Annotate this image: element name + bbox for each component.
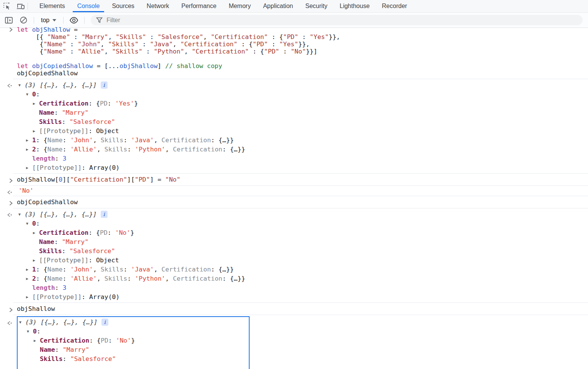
console-gutter <box>0 305 17 313</box>
filter-input[interactable]: Filter <box>91 15 583 25</box>
inspect-element-button[interactable] <box>0 0 14 12</box>
expand-triangle-icon[interactable]: ▶ <box>33 101 39 106</box>
console-text: (3) [{…}, {…}, {…}] <box>24 211 97 218</box>
tab-recorder[interactable]: Recorder <box>376 0 413 12</box>
console-text: : { <box>88 100 100 107</box>
expand-triangle-icon[interactable]: ▶ <box>26 267 32 271</box>
object-tree-row: ▶[[Prototype]]: Object <box>17 255 588 265</box>
console-text: : { <box>36 146 47 153</box>
console-text: : <box>298 33 310 41</box>
expand-triangle-icon[interactable]: ▶ <box>34 338 40 343</box>
console-text: objCopiedShallow <box>17 70 78 77</box>
tab-elements[interactable]: Elements <box>33 0 71 12</box>
console-text: : <box>123 137 131 144</box>
expand-triangle-icon[interactable]: ▶ <box>33 231 39 235</box>
console-text: Name <box>47 266 63 273</box>
console-text: : <box>63 266 70 273</box>
tab-network[interactable]: Network <box>140 0 175 12</box>
tab-lighthouse[interactable]: Lighthouse <box>333 0 376 12</box>
object-tree-row: ▼(3) [{…}, {…}, {…}]i <box>17 80 588 89</box>
console-text: "Allie" <box>78 48 105 55</box>
console-text: , <box>101 41 108 48</box>
tab-application[interactable]: Application <box>257 0 299 12</box>
value-info-badge[interactable]: i <box>101 81 108 89</box>
collapse-triangle-icon[interactable]: ▼ <box>18 83 24 87</box>
tab-console[interactable]: Console <box>71 0 106 12</box>
console-gutter <box>0 26 17 77</box>
console-text: "Skills" <box>112 48 142 55</box>
chevron-down-icon <box>52 19 56 21</box>
object-tree-row: ▶[[Prototype]]: Object <box>17 126 588 135</box>
create-live-expression-button[interactable] <box>67 15 80 26</box>
return-value-arrow-icon <box>7 213 17 217</box>
console-text: 0 <box>33 328 37 335</box>
toolbar-separator <box>34 17 34 24</box>
expand-triangle-icon[interactable]: ▶ <box>26 138 32 142</box>
collapse-triangle-icon[interactable]: ▼ <box>26 221 32 226</box>
console-text: 'John' <box>70 266 93 273</box>
object-tree-row: ▶2: {Name: 'Allie', Skills: 'Python', Ce… <box>17 145 588 154</box>
console-text: (3) [{…}, {…}, {…}] <box>24 81 97 89</box>
console-text: : <box>82 293 89 301</box>
console-text: "Salesforce" <box>158 33 203 41</box>
object-tree-row: Name: "Marry" <box>17 237 588 246</box>
value-info-badge[interactable]: i <box>101 211 108 218</box>
console-text: let <box>17 62 28 70</box>
object-tree-row: ▼(3) [{…}, {…}, {…}]i <box>18 317 249 327</box>
clear-console-button[interactable] <box>17 15 30 26</box>
expand-triangle-icon[interactable]: ▶ <box>26 166 32 170</box>
collapse-triangle-icon[interactable]: ▼ <box>19 320 25 324</box>
console-text: 'Python' <box>135 146 165 153</box>
collapse-triangle-icon[interactable]: ▼ <box>18 212 24 216</box>
console-text: : <box>88 127 96 135</box>
console-text: ][ <box>62 176 70 183</box>
console-text: : <box>55 155 63 162</box>
console-text: , <box>173 41 180 48</box>
expand-triangle-icon[interactable]: ▶ <box>26 147 32 151</box>
console-text: : <box>139 41 150 48</box>
console-text: : <box>54 238 62 245</box>
console-text: "No" <box>165 176 180 183</box>
console-text: : <box>123 266 131 273</box>
tab-memory[interactable]: Memory <box>222 0 257 12</box>
console-text: "Salesforce" <box>69 118 115 125</box>
expand-triangle-icon[interactable]: ▶ <box>26 276 32 281</box>
object-tree-row: Name: "Marry" <box>18 345 249 354</box>
console-toolbar: top Filter <box>0 13 588 28</box>
console-text: , <box>165 146 173 153</box>
console-text: : <box>108 229 115 236</box>
console-text: { <box>17 41 44 48</box>
code-line: objShallow[0]["Certification"]["PD"] = "… <box>17 176 588 183</box>
expand-triangle-icon[interactable]: ▶ <box>26 295 32 299</box>
tab-security[interactable]: Security <box>299 0 333 12</box>
object-tree-row: Skills: "Salesforce" <box>18 354 249 363</box>
console-text: Certification <box>162 266 211 273</box>
expand-triangle-icon[interactable]: ▶ <box>33 258 39 262</box>
console-text: 'Python' <box>135 275 165 282</box>
return-value-arrow-icon <box>7 190 17 195</box>
console-text: objShallow <box>17 305 55 312</box>
tab-sources[interactable]: Sources <box>106 0 140 12</box>
console-gutter <box>0 198 17 206</box>
collapse-triangle-icon[interactable]: ▼ <box>26 92 32 96</box>
console-text: : <box>37 328 41 335</box>
collapse-triangle-icon[interactable]: ▼ <box>27 329 33 333</box>
object-tree-row: length: 3 <box>17 154 588 163</box>
tab-performance[interactable]: Performance <box>175 0 223 12</box>
console-text: : <box>222 275 230 282</box>
expand-triangle-icon[interactable]: ▶ <box>33 129 39 133</box>
console-text: : { <box>36 266 47 273</box>
console-text: : { <box>36 137 47 144</box>
console-text: "Salesforce" <box>70 355 116 362</box>
eye-icon <box>69 17 78 24</box>
console-gutter <box>0 187 17 195</box>
toggle-device-toolbar-button[interactable] <box>14 0 28 12</box>
console-text: Object <box>96 257 119 264</box>
show-console-sidebar-button[interactable] <box>2 15 15 26</box>
value-info-badge[interactable]: i <box>101 319 108 326</box>
javascript-context-selector[interactable]: top <box>37 17 60 24</box>
console-text: Certification <box>173 275 222 282</box>
console-text: : { <box>88 229 100 236</box>
console-text: Skills <box>101 266 124 273</box>
console-text: (3) [{…}, {…}, {…}] <box>25 319 98 326</box>
